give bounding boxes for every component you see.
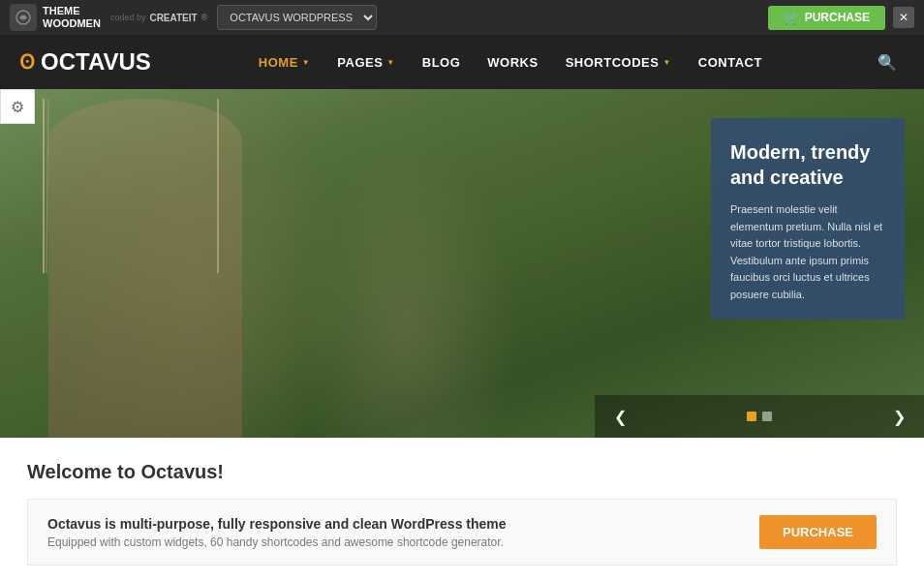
svg-line-2 [46, 99, 48, 273]
nav-item-blog[interactable]: BLOG [409, 35, 475, 89]
hero-section: Modern, trendy and creative Praesent mol… [0, 89, 924, 438]
logo-theme: THEME [43, 5, 101, 17]
nav-item-contact[interactable]: CONTACT [685, 35, 776, 89]
admin-bar-left: THEME WOODMEN coded by CREATEIT ® OCTAVU… [10, 4, 377, 31]
slider-next-button[interactable]: ❯ [881, 395, 916, 438]
purchase-btn-label: PURCHASE [805, 11, 870, 24]
slider-controls-bar: ❮ ❯ [595, 395, 924, 438]
close-button-admin[interactable]: ✕ [893, 7, 914, 28]
logo-woodmen: WOODMEN [43, 17, 101, 30]
slider-dot-2[interactable] [762, 412, 772, 421]
site-logo-text: OCTAVUS [41, 48, 151, 76]
nav-shortcodes-label: SHORTCODES [566, 55, 660, 70]
theme-selector[interactable]: OCTAVUS WORDPRESS [217, 5, 377, 30]
hero-card-title: Modern, trendy and creative [730, 139, 885, 190]
theme-woodmen-logo: THEME WOODMEN [10, 4, 101, 31]
nav-home-arrow: ▼ [302, 58, 310, 67]
nav-item-works[interactable]: WORKS [474, 35, 551, 89]
nav-pages-arrow: ▼ [386, 58, 394, 67]
feature-text: Octavus is multi-purpose, fully responsi… [47, 516, 507, 549]
slider-dot-1[interactable] [747, 412, 756, 421]
nav-works-label: WORKS [487, 55, 538, 70]
cart-icon: 🛒 [784, 11, 799, 25]
admin-bar-right: 🛒 PURCHASE ✕ [768, 6, 914, 30]
nav-home-label: HOME [259, 55, 298, 70]
hero-card-text: Praesent molestie velit elementum pretiu… [730, 201, 885, 304]
slider-prev-button[interactable]: ❮ [602, 395, 637, 438]
theme-woodmen-icon [10, 4, 37, 31]
site-logo: ʘ OCTAVUS [19, 48, 151, 76]
coded-by: coded by CREATEIT ® [110, 13, 207, 23]
hero-figure-left [29, 99, 281, 438]
nav-item-home[interactable]: HOME ▼ [245, 35, 323, 89]
feature-heading: Octavus is multi-purpose, fully responsi… [47, 516, 507, 532]
admin-bar: THEME WOODMEN coded by CREATEIT ® OCTAVU… [0, 0, 924, 35]
site-nav: ʘ OCTAVUS HOME ▼ PAGES ▼ BLOG WORKS SHOR… [0, 35, 924, 89]
feature-desc: Equipped with custom widgets, 60 handy s… [47, 535, 507, 549]
nav-menu: HOME ▼ PAGES ▼ BLOG WORKS SHORTCODES ▼ C… [245, 35, 776, 89]
welcome-title: Welcome to Octavus! [27, 461, 897, 483]
close-icon: ✕ [899, 11, 909, 24]
feature-box: Octavus is multi-purpose, fully responsi… [27, 499, 897, 566]
purchase-button-main[interactable]: PURCHASE [759, 515, 877, 549]
nav-contact-label: CONTACT [698, 55, 762, 70]
search-icon[interactable]: 🔍 [870, 53, 905, 72]
gear-icon: ⚙ [11, 98, 24, 116]
purchase-button-top[interactable]: 🛒 PURCHASE [768, 6, 885, 30]
settings-gear[interactable]: ⚙ [0, 89, 35, 124]
registered-mark: ® [201, 13, 208, 22]
octopus-icon: ʘ [19, 50, 35, 74]
logo-text: THEME WOODMEN [43, 5, 101, 30]
slider-dots [727, 412, 791, 421]
nav-blog-label: BLOG [422, 55, 461, 70]
welcome-section: Welcome to Octavus! Octavus is multi-pur… [0, 438, 924, 581]
nav-pages-label: PAGES [337, 55, 383, 70]
hero-card: Modern, trendy and creative Praesent mol… [711, 118, 905, 320]
nav-item-shortcodes[interactable]: SHORTCODES ▼ [552, 35, 685, 89]
nav-item-pages[interactable]: PAGES ▼ [323, 35, 408, 89]
create-it-label: CREATEIT [149, 13, 197, 23]
coded-by-text: coded by [110, 13, 146, 22]
nav-shortcodes-arrow: ▼ [662, 58, 670, 67]
